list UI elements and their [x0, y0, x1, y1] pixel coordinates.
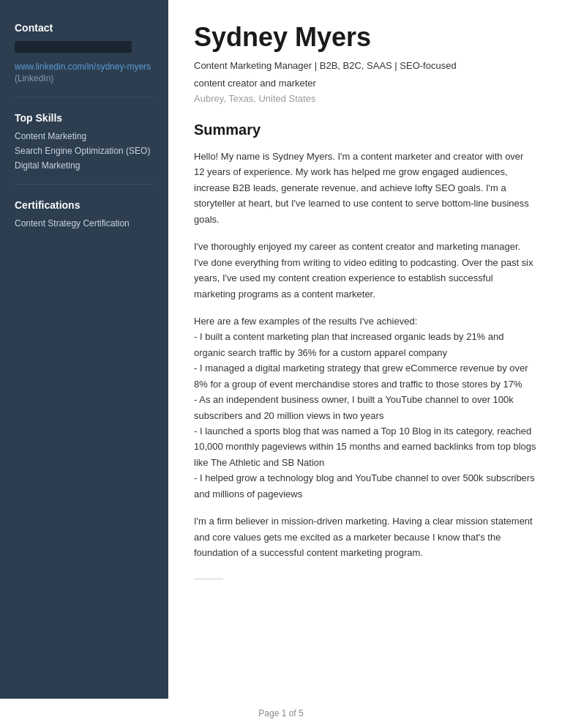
skill-item-2: Search Engine Optimization (SEO)	[15, 146, 154, 156]
redacted-contact-bar	[15, 41, 132, 53]
contact-section-title: Contact	[15, 22, 154, 34]
main-content: Sydney Myers Content Marketing Manager |…	[168, 0, 562, 699]
profile-name: Sydney Myers	[194, 22, 536, 53]
summary-divider	[194, 579, 223, 579]
profile-headline-line1: Content Marketing Manager | B2B, B2C, SA…	[194, 59, 536, 73]
linkedin-url[interactable]: www.linkedin.com/in/sydney-myers	[15, 62, 154, 72]
summary-paragraph-1: Hello! My name is Sydney Myers. I'm a co…	[194, 149, 536, 227]
summary-paragraph-4: I'm a firm believer in mission-driven ma…	[194, 513, 536, 560]
cert-item-1: Content Strategy Certification	[15, 218, 154, 229]
profile-location: Aubrey, Texas, United States	[194, 93, 536, 104]
summary-paragraph-2: I've thoroughly enjoyed my career as con…	[194, 239, 536, 302]
sidebar: Contact www.linkedin.com/in/sydney-myers…	[0, 0, 168, 699]
top-skills-section-title: Top Skills	[15, 112, 154, 124]
skill-item-3: Digital Marketing	[15, 160, 154, 171]
profile-headline-line2: content creator and marketer	[194, 76, 536, 91]
linkedin-label: (LinkedIn)	[15, 73, 154, 83]
certifications-section-title: Certifications	[15, 199, 154, 211]
skill-item-1: Content Marketing	[15, 131, 154, 141]
page-footer: Page 1 of 5	[0, 699, 562, 728]
sidebar-divider-1	[15, 97, 154, 97]
summary-section-title: Summary	[194, 122, 536, 138]
summary-paragraph-3: Here are a few examples of the results I…	[194, 313, 536, 502]
page-indicator: Page 1 of 5	[258, 708, 303, 718]
sidebar-divider-2	[15, 184, 154, 185]
